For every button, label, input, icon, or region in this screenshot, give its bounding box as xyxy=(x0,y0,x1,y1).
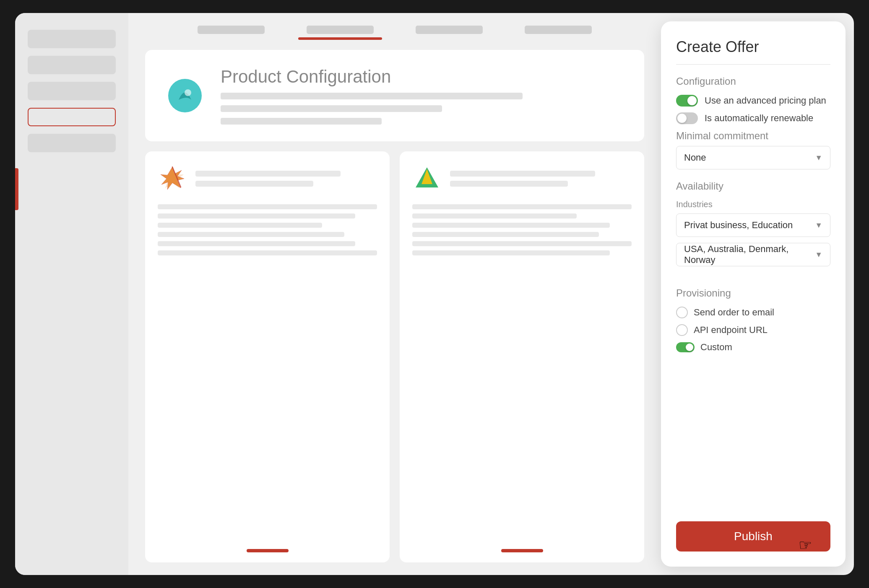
minimal-commitment-dropdown[interactable]: None ▼ xyxy=(676,146,830,169)
card-1-lines xyxy=(195,171,377,187)
body-line-4 xyxy=(158,232,344,237)
sidebar-item-1[interactable] xyxy=(28,30,116,48)
tab-4-underline xyxy=(516,37,600,40)
screen: Product Configuration xyxy=(15,13,854,575)
sidebar-item-5[interactable] xyxy=(28,134,116,152)
industries-value: Privat business, Education xyxy=(684,220,793,231)
tab-3-text xyxy=(416,26,483,34)
tab-2[interactable] xyxy=(298,26,382,40)
tab-4[interactable] xyxy=(516,26,600,40)
minimal-commitment-label: Minimal commitment xyxy=(676,130,830,142)
advanced-pricing-row: Use an advanced pricing plan xyxy=(676,95,830,107)
countries-dropdown[interactable]: USA, Australia, Denmark, Norway ▼ xyxy=(676,243,830,266)
body2-line-1 xyxy=(412,204,632,209)
product-line-1 xyxy=(221,93,523,99)
provisioning-section: Provisioning Send order to email API end… xyxy=(676,287,830,359)
tab-3-underline xyxy=(407,37,491,40)
toggle-knob-1 xyxy=(687,96,697,105)
auto-renewable-label: Is automatically renewable xyxy=(705,113,813,124)
star-logo-icon xyxy=(158,164,187,193)
custom-row: Custom xyxy=(676,342,830,353)
card-1 xyxy=(145,151,390,562)
product-config-card: Product Configuration xyxy=(145,50,644,141)
create-offer-panel: Create Offer Configuration Use an advanc… xyxy=(661,21,846,567)
card-1-footer xyxy=(247,549,289,552)
body2-line-6 xyxy=(412,250,610,255)
api-endpoint-radio[interactable] xyxy=(676,324,688,336)
advanced-pricing-label: Use an advanced pricing plan xyxy=(705,95,826,106)
body2-line-5 xyxy=(412,241,632,246)
send-order-email-label: Send order to email xyxy=(694,307,774,318)
industries-wrapper: Industries Privat business, Education ▼ xyxy=(676,200,830,237)
sidebar-accent xyxy=(15,168,18,210)
tab-1[interactable] xyxy=(189,26,273,40)
panel-divider xyxy=(676,64,830,65)
product-line-3 xyxy=(221,118,382,125)
card2-line-2 xyxy=(450,181,568,187)
card-2-footer xyxy=(501,549,543,552)
custom-label: Custom xyxy=(700,342,732,353)
panel-title: Create Offer xyxy=(676,38,830,56)
main-content: Product Configuration xyxy=(128,13,661,575)
publish-button[interactable]: Publish xyxy=(676,521,830,552)
product-title: Product Configuration xyxy=(221,67,623,87)
cards-row xyxy=(145,151,644,562)
triangle-logo-icon xyxy=(412,164,442,193)
tab-4-text xyxy=(525,26,592,34)
availability-section: Availability Industries Privat business,… xyxy=(676,180,830,275)
tab-1-underline xyxy=(189,37,273,40)
body2-line-3 xyxy=(412,223,610,228)
api-endpoint-row: API endpoint URL xyxy=(676,324,830,336)
body-line-2 xyxy=(158,213,355,219)
advanced-pricing-toggle[interactable] xyxy=(676,95,698,107)
sidebar-item-2[interactable] xyxy=(28,56,116,74)
body-line-5 xyxy=(158,241,355,246)
auto-renewable-toggle[interactable] xyxy=(676,112,698,124)
card-2-body xyxy=(412,204,632,255)
sidebar-item-3[interactable] xyxy=(28,82,116,100)
minimal-commitment-value: None xyxy=(684,152,706,163)
sidebar-item-4-active[interactable] xyxy=(28,108,116,126)
industries-arrow-icon: ▼ xyxy=(815,221,822,230)
body-line-6 xyxy=(158,250,377,255)
countries-wrapper: USA, Australia, Denmark, Norway ▼ xyxy=(676,243,830,266)
industries-label: Industries xyxy=(676,200,830,209)
api-endpoint-label: API endpoint URL xyxy=(694,325,768,336)
provisioning-label: Provisioning xyxy=(676,287,830,299)
body-line-3 xyxy=(158,223,322,228)
card2-line-1 xyxy=(450,171,595,177)
tab-1-text xyxy=(198,26,265,34)
card-1-body xyxy=(158,204,377,255)
body-line-1 xyxy=(158,204,377,209)
svg-point-1 xyxy=(185,89,191,96)
card-1-header xyxy=(158,164,377,193)
body2-line-4 xyxy=(412,232,599,237)
configuration-label: Configuration xyxy=(676,75,830,87)
availability-label: Availability xyxy=(676,180,830,192)
card-line-2 xyxy=(195,181,313,187)
minimal-commitment-arrow-icon: ▼ xyxy=(815,154,822,162)
product-line-2 xyxy=(221,105,442,112)
minimal-commitment-wrapper: Minimal commitment None ▼ xyxy=(676,130,830,169)
card-2-lines xyxy=(450,171,632,187)
tab-3[interactable] xyxy=(407,26,491,40)
product-info: Product Configuration xyxy=(221,67,623,125)
card-line-1 xyxy=(195,171,341,177)
tabs-bar xyxy=(145,26,644,40)
tab-2-text xyxy=(307,26,374,34)
product-logo xyxy=(166,77,204,114)
auto-renewable-row: Is automatically renewable xyxy=(676,112,830,124)
countries-value: USA, Australia, Denmark, Norway xyxy=(684,244,815,265)
send-order-email-row: Send order to email xyxy=(676,307,830,318)
tab-2-underline xyxy=(298,37,382,40)
custom-toggle[interactable] xyxy=(676,342,695,352)
toggle-knob-2 xyxy=(677,114,687,123)
industries-dropdown[interactable]: Privat business, Education ▼ xyxy=(676,213,830,237)
custom-toggle-knob xyxy=(686,343,693,351)
sidebar xyxy=(15,13,128,575)
countries-arrow-icon: ▼ xyxy=(815,250,822,259)
send-order-email-radio[interactable] xyxy=(676,307,688,318)
card-2-header xyxy=(412,164,632,193)
card-2 xyxy=(400,151,644,562)
body2-line-2 xyxy=(412,213,577,219)
